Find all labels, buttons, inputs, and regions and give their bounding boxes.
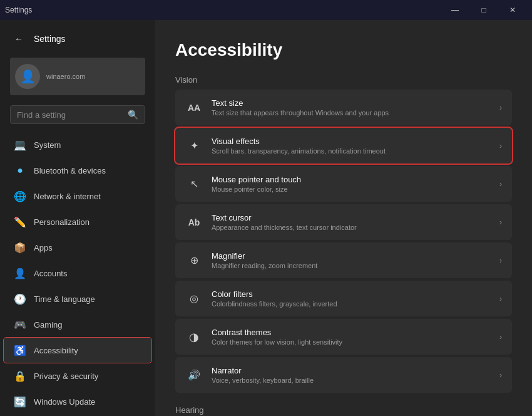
minimize-button[interactable]: — bbox=[441, 0, 469, 20]
narrator-chevron: › bbox=[499, 371, 502, 380]
titlebar-title: Settings bbox=[5, 6, 32, 14]
sidebar-item-label-personalization: Personalization bbox=[34, 217, 90, 227]
avatar-text: winaero.com bbox=[46, 73, 85, 80]
titlebar-controls: — □ ✕ bbox=[441, 0, 527, 20]
sidebar-item-label-gaming: Gaming bbox=[34, 320, 63, 330]
settings-item-mouse-pointer[interactable]: ↖ Mouse pointer and touch Mouse pointer … bbox=[175, 166, 512, 202]
sidebar-item-privacy[interactable]: 🔒 Privacy & security bbox=[4, 363, 151, 388]
sidebar-item-accessibility[interactable]: ♿ Accessibility bbox=[4, 338, 151, 363]
sidebar-item-label-system: System bbox=[34, 140, 61, 150]
sidebar-item-label-time: Time & language bbox=[34, 294, 95, 304]
sidebar-item-gaming[interactable]: 🎮 Gaming bbox=[4, 312, 151, 337]
sidebar-avatar: 👤 winaero.com bbox=[10, 58, 145, 95]
accounts-icon: 👤 bbox=[14, 267, 26, 279]
text-cursor-icon: Ab bbox=[185, 214, 203, 231]
titlebar-left: Settings bbox=[5, 6, 32, 14]
mouse-pointer-text: Mouse pointer and touch Mouse pointer co… bbox=[212, 175, 491, 193]
magnifier-chevron: › bbox=[499, 256, 502, 265]
maximize-button[interactable]: □ bbox=[469, 0, 498, 20]
section-vision-label: Vision bbox=[175, 75, 512, 85]
narrator-text: Narrator Voice, verbosity, keyboard, bra… bbox=[212, 366, 491, 384]
sidebar-app-title: Settings bbox=[34, 34, 66, 44]
settings-item-visual-effects[interactable]: ✦ Visual effects Scroll bars, transparen… bbox=[175, 128, 512, 164]
time-icon: 🕐 bbox=[14, 293, 26, 305]
bluetooth-icon: ● bbox=[14, 164, 26, 177]
mouse-pointer-chevron: › bbox=[499, 180, 502, 189]
visual-effects-text: Visual effects Scroll bars, transparency… bbox=[212, 137, 491, 155]
text-cursor-chevron: › bbox=[499, 218, 502, 227]
back-button[interactable]: ← bbox=[10, 30, 28, 48]
color-filters-desc: Colorblindness filters, grayscale, inver… bbox=[212, 300, 491, 308]
magnifier-text: Magnifier Magnifier reading, zoom increm… bbox=[212, 251, 491, 269]
mouse-pointer-desc: Mouse pointer color, size bbox=[212, 185, 491, 193]
sidebar-item-label-bluetooth: Bluetooth & devices bbox=[34, 166, 106, 175]
privacy-icon: 🔒 bbox=[14, 370, 26, 382]
sidebar-item-label-network: Network & internet bbox=[34, 192, 101, 201]
sidebar-item-windows-update[interactable]: 🔄 Windows Update bbox=[4, 389, 151, 414]
avatar: 👤 bbox=[15, 64, 40, 89]
contrast-themes-chevron: › bbox=[499, 333, 502, 341]
text-size-text: Text size Text size that appears through… bbox=[212, 98, 491, 117]
contrast-themes-text: Contrast themes Color themes for low vis… bbox=[212, 328, 491, 346]
sidebar-item-network[interactable]: 🌐 Network & internet bbox=[4, 184, 151, 209]
sidebar-item-time[interactable]: 🕐 Time & language bbox=[4, 286, 151, 311]
visual-effects-desc: Scroll bars, transparency, animations, n… bbox=[212, 147, 491, 155]
personalization-icon: ✏️ bbox=[14, 216, 26, 228]
settings-item-magnifier[interactable]: ⊕ Magnifier Magnifier reading, zoom incr… bbox=[175, 242, 512, 278]
settings-item-text-size[interactable]: AA Text size Text size that appears thro… bbox=[175, 90, 512, 125]
sidebar: ← Settings 👤 winaero.com 🔍 💻 System ● Bl… bbox=[0, 20, 155, 416]
content-area: Accessibility Vision AA Text size Text s… bbox=[155, 20, 532, 416]
titlebar: Settings — □ ✕ bbox=[0, 0, 532, 20]
contrast-themes-desc: Color themes for low vision, light sensi… bbox=[212, 338, 491, 346]
section-hearing-label: Hearing bbox=[175, 405, 512, 415]
sidebar-nav: 💻 System ● Bluetooth & devices 🌐 Network… bbox=[0, 132, 155, 415]
text-size-chevron: › bbox=[499, 103, 502, 112]
settings-item-narrator[interactable]: 🔊 Narrator Voice, verbosity, keyboard, b… bbox=[175, 357, 512, 393]
sidebar-item-label-windows-update: Windows Update bbox=[34, 397, 95, 407]
network-icon: 🌐 bbox=[14, 190, 26, 202]
text-size-title: Text size bbox=[212, 98, 491, 108]
settings-item-contrast-themes[interactable]: ◑ Contrast themes Color themes for low v… bbox=[175, 319, 512, 355]
text-cursor-text: Text cursor Appearance and thickness, te… bbox=[212, 213, 491, 231]
accessibility-icon: ♿ bbox=[14, 344, 26, 356]
windows-update-icon: 🔄 bbox=[14, 395, 26, 408]
sidebar-item-label-privacy: Privacy & security bbox=[34, 372, 98, 381]
sidebar-item-personalization[interactable]: ✏️ Personalization bbox=[4, 209, 151, 234]
narrator-desc: Voice, verbosity, keyboard, braille bbox=[212, 377, 491, 384]
settings-list-vision: AA Text size Text size that appears thro… bbox=[175, 90, 512, 393]
gaming-icon: 🎮 bbox=[14, 318, 26, 331]
magnifier-desc: Magnifier reading, zoom increment bbox=[212, 262, 491, 269]
search-input[interactable] bbox=[17, 110, 123, 120]
text-size-desc: Text size that appears throughout Window… bbox=[212, 109, 491, 117]
sidebar-item-accounts[interactable]: 👤 Accounts bbox=[4, 261, 151, 286]
color-filters-icon: ◎ bbox=[185, 290, 203, 308]
contrast-themes-title: Contrast themes bbox=[212, 328, 491, 337]
settings-item-text-cursor[interactable]: Ab Text cursor Appearance and thickness,… bbox=[175, 204, 512, 240]
magnifier-title: Magnifier bbox=[212, 251, 491, 261]
color-filters-chevron: › bbox=[499, 294, 502, 303]
narrator-icon: 🔊 bbox=[185, 367, 203, 384]
narrator-title: Narrator bbox=[212, 366, 491, 375]
visual-effects-title: Visual effects bbox=[212, 137, 491, 146]
sidebar-item-bluetooth[interactable]: ● Bluetooth & devices bbox=[4, 158, 151, 183]
contrast-themes-icon: ◑ bbox=[185, 328, 203, 346]
text-size-icon: AA bbox=[185, 99, 203, 117]
sidebar-item-label-accounts: Accounts bbox=[34, 269, 67, 278]
page-title: Accessibility bbox=[175, 40, 512, 60]
mouse-pointer-title: Mouse pointer and touch bbox=[212, 175, 491, 184]
system-icon: 💻 bbox=[14, 138, 26, 151]
settings-item-color-filters[interactable]: ◎ Color filters Colorblindness filters, … bbox=[175, 281, 512, 316]
main-layout: ← Settings 👤 winaero.com 🔍 💻 System ● Bl… bbox=[0, 20, 532, 416]
apps-icon: 📦 bbox=[14, 241, 26, 254]
sidebar-item-label-accessibility: Accessibility bbox=[34, 346, 78, 355]
color-filters-text: Color filters Colorblindness filters, gr… bbox=[212, 289, 491, 308]
sidebar-item-apps[interactable]: 📦 Apps bbox=[4, 235, 151, 260]
sidebar-item-label-apps: Apps bbox=[34, 243, 53, 252]
mouse-pointer-icon: ↖ bbox=[185, 175, 203, 193]
search-box[interactable]: 🔍 bbox=[10, 105, 145, 124]
sidebar-item-system[interactable]: 💻 System bbox=[4, 132, 151, 157]
magnifier-icon: ⊕ bbox=[185, 252, 203, 269]
visual-effects-chevron: › bbox=[499, 142, 502, 150]
text-cursor-desc: Appearance and thickness, text cursor in… bbox=[212, 224, 491, 231]
close-button[interactable]: ✕ bbox=[498, 0, 527, 20]
